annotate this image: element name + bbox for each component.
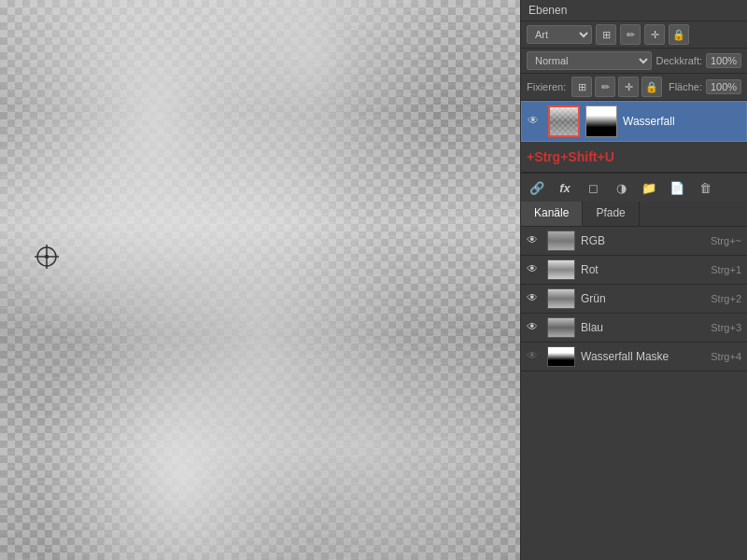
channels-tabs: Kanäle Pfade	[521, 202, 747, 227]
channel-thumb-mask	[547, 346, 575, 367]
channel-thumb-rgb	[547, 231, 575, 251]
channel-item-green[interactable]: 👁 Grün Strg+2	[521, 285, 747, 314]
fx-icon[interactable]: fx	[555, 177, 575, 198]
layer-mask-thumbnail	[585, 105, 617, 137]
lock-label: Fixieren:	[527, 81, 566, 92]
trash-icon[interactable]: 🗑	[695, 177, 715, 198]
blend-opacity-row: Normal Deckkraft: 100%	[521, 49, 747, 74]
layer-item[interactable]: 👁 Wasserfall	[521, 101, 747, 142]
opacity-value: 100%	[706, 53, 741, 68]
channel-shortcut-mask: Strg+4	[711, 351, 741, 362]
channel-eye-mask[interactable]: 👁	[527, 349, 542, 364]
brush-icon-btn[interactable]: ✏	[620, 24, 641, 45]
lock-brush-btn[interactable]: ✏	[595, 77, 615, 97]
layer-thumb-wf-overlay	[550, 107, 578, 135]
type-select[interactable]: Art	[527, 25, 592, 44]
channel-name-red: Rot	[581, 263, 705, 276]
canvas	[0, 0, 520, 560]
lock-move-btn[interactable]: ✛	[618, 77, 639, 97]
fill-row: Fläche: 100%	[669, 79, 741, 94]
layer-thumb-bg	[550, 107, 578, 135]
tab-channels-label: Kanäle	[534, 206, 569, 219]
channel-thumb-blue	[547, 317, 575, 338]
lock-pixels-btn[interactable]: ⊞	[571, 77, 592, 97]
channel-item-mask[interactable]: 👁 Wasserfall Maske Strg+4	[521, 343, 747, 371]
channel-eye-blue[interactable]: 👁	[527, 320, 542, 335]
channel-name-rgb: RGB	[581, 234, 705, 247]
shortcut-text: +Strg+Shift+U	[527, 149, 614, 164]
channel-shortcut-blue: Strg+3	[711, 322, 741, 333]
channel-shortcut-red: Strg+1	[711, 264, 741, 275]
layer-mask-img	[586, 106, 616, 136]
tab-paths[interactable]: Pfade	[583, 202, 639, 226]
thumbnail-icon-btn[interactable]: ⊞	[596, 24, 616, 45]
panel-title-text: Ebenen	[529, 4, 567, 17]
channel-shortcut-rgb: Strg+~	[711, 235, 741, 246]
channel-item-blue[interactable]: 👁 Blau Strg+3	[521, 314, 747, 343]
channel-item-rgb[interactable]: 👁 RGB Strg+~	[521, 227, 747, 256]
lock-all-btn[interactable]: 🔒	[641, 77, 662, 97]
channel-name-blue: Blau	[581, 321, 705, 334]
channel-eye-red[interactable]: 👁	[527, 262, 542, 277]
layer-thumbnail	[548, 105, 580, 137]
move-icon-btn[interactable]: ✛	[644, 24, 665, 45]
channel-shortcut-green: Strg+2	[711, 293, 741, 304]
adjustment-icon[interactable]: ◑	[611, 177, 631, 198]
channel-name-green: Grün	[581, 292, 705, 305]
channel-item-red[interactable]: 👁 Rot Strg+1	[521, 256, 747, 285]
lock-icon-btn[interactable]: 🔒	[669, 24, 689, 45]
layer-eye-icon[interactable]: 👁	[528, 114, 543, 129]
channel-eye-rgb[interactable]: 👁	[527, 233, 542, 248]
svg-point-3	[46, 256, 49, 259]
toolbar-row: Art ⊞ ✏ ✛ 🔒	[521, 21, 747, 49]
channel-thumb-red	[547, 259, 575, 280]
blend-mode-select[interactable]: Normal	[527, 51, 652, 70]
layers-section: Ebenen Art ⊞ ✏ ✛ 🔒 Normal Deckkraft: 100…	[521, 0, 747, 202]
channel-name-mask: Wasserfall Maske	[581, 350, 705, 363]
channel-thumb-green	[547, 288, 575, 309]
channel-eye-green[interactable]: 👁	[527, 291, 542, 306]
tab-paths-label: Pfade	[596, 206, 625, 219]
panel-title: Ebenen	[521, 0, 747, 21]
folder-icon[interactable]: 📁	[639, 177, 659, 198]
layer-name: Wasserfall	[623, 115, 740, 128]
channel-list: 👁 RGB Strg+~ 👁 Rot Strg+1 👁 Grün Strg+2	[521, 227, 747, 560]
chain-link-icon[interactable]: 🔗	[527, 177, 547, 198]
lock-icons: ⊞ ✏ ✛ 🔒	[571, 77, 662, 97]
opacity-label: Deckkraft:	[655, 55, 702, 66]
layers-panel: Ebenen Art ⊞ ✏ ✛ 🔒 Normal Deckkraft: 100…	[520, 0, 747, 560]
fill-label: Fläche:	[669, 81, 702, 92]
fill-value: 100%	[706, 79, 741, 94]
shortcut-hint: +Strg+Shift+U	[521, 142, 747, 173]
mask-icon[interactable]: ◻	[583, 177, 603, 198]
tab-channels[interactable]: Kanäle	[521, 202, 583, 226]
channels-section: Kanäle Pfade 👁 RGB Strg+~ 👁 Rot Strg+1	[521, 202, 747, 560]
lock-fill-row: Fixieren: ⊞ ✏ ✛ 🔒 Fläche: 100%	[521, 74, 747, 101]
layer-actions: 🔗 fx ◻ ◑ 📁 📄 🗑	[521, 173, 747, 202]
new-layer-icon[interactable]: 📄	[667, 177, 687, 198]
waterfall-streaks	[0, 0, 520, 560]
crosshair-cursor	[33, 243, 61, 271]
